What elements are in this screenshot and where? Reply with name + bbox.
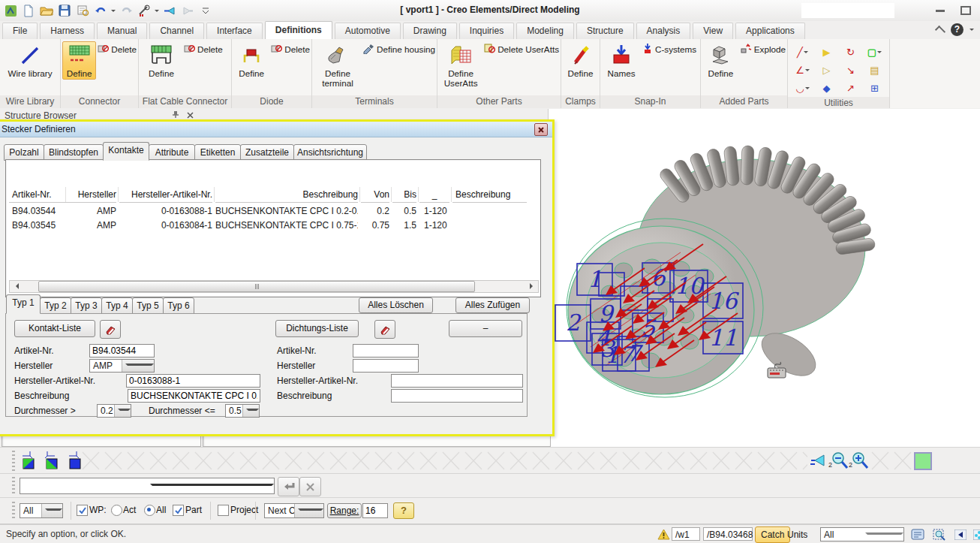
tab-zusatzteile[interactable]: Zusatzteile [240,144,294,161]
zoom-out-icon[interactable]: 2 [830,451,849,472]
zoom-in-icon[interactable]: 2 [850,451,869,472]
add-all-button[interactable]: Alles Zufügen [455,297,530,313]
select-region-tool[interactable]: ▷ [815,62,838,79]
scroll-left-icon[interactable] [10,281,21,291]
tab-manual[interactable]: Manual [97,23,147,39]
durchmesser-gt-select[interactable]: 0.2 [97,404,131,418]
help-icon[interactable]: ? [951,23,963,36]
next-catch-dropdown[interactable]: Next Catch [264,503,324,518]
col-header[interactable]: Hersteller-Artikel-Nr. [119,187,212,203]
define-useratts-button[interactable]: Define UserAtts [439,41,482,90]
help-dropdown-icon[interactable] [969,29,974,33]
explode-button[interactable]: Explode [741,43,786,56]
tab-typ3[interactable]: Typ 3 [71,297,102,314]
tab-typ5[interactable]: Typ 5 [132,297,164,314]
scrollbar-thumb[interactable] [38,281,475,292]
act-radio[interactable] [111,505,122,516]
move-part-tool[interactable]: ↘ [839,62,862,79]
tab-interface[interactable]: Interface [206,23,263,39]
col-header[interactable]: Beschreibung [215,187,358,203]
compass-tool[interactable]: ◆ [815,80,838,97]
dropdown-icon[interactable] [41,504,63,517]
tab-analysis[interactable]: Analysis [636,23,691,39]
define-clamp-button[interactable]: Define [563,41,598,80]
tab-view[interactable]: View [693,23,733,39]
define-flat-cable-button[interactable]: Define [140,41,182,80]
col-header[interactable]: Hersteller [67,187,116,203]
tab-automotive[interactable]: Automotive [335,23,401,39]
col-header[interactable]: Beschreibung [452,187,527,203]
open-box-tool[interactable]: ▤ [863,62,886,79]
tab-inquiries[interactable]: Inquiries [459,23,514,39]
dropdown-icon[interactable] [294,504,324,517]
tab-attribute[interactable]: Attribute [149,144,195,161]
erase-dichtung-button[interactable] [374,320,395,339]
maximize-button[interactable] [954,5,977,17]
warning-icon[interactable] [656,527,671,541]
table-scrollbar[interactable] [9,280,539,293]
tab-applications[interactable]: Applications [735,23,805,39]
hersteller-artikel-input-right[interactable] [391,374,523,388]
all-radio[interactable] [144,505,155,516]
tab-typ6[interactable]: Typ 6 [163,297,194,314]
dropdown-icon[interactable] [147,478,274,493]
measure-length-tool[interactable]: ╱ [791,44,814,61]
col-header[interactable]: _ [419,187,449,203]
select-scope-dropdown[interactable]: All [20,503,63,518]
tab-ansichtsrichtung[interactable]: Ansichtsrichtung [293,144,367,161]
units-dropdown[interactable]: All [820,527,904,541]
help-button[interactable]: ? [393,502,414,519]
measure-angle-tool[interactable]: ∠ [791,62,814,79]
delete-all-button[interactable]: Alles Löschen [359,297,433,313]
view-xz-icon[interactable] [65,450,84,471]
tab-polzahl[interactable]: Polzahl [4,144,44,161]
tab-structure[interactable]: Structure [576,23,634,39]
tab-file[interactable]: File [2,23,38,39]
3d-viewport[interactable]: 1610161129453717 [548,109,980,447]
beschreibung-input-right[interactable] [391,389,523,403]
col-header[interactable]: Von [361,187,389,203]
define-added-part-button[interactable]: Define [702,41,739,80]
hersteller-input-right[interactable] [353,359,419,373]
collapse-ribbon-icon[interactable] [935,26,945,36]
define-diode-button[interactable]: Define [233,41,269,80]
units-label[interactable]: Units [787,529,807,541]
wire-library-button[interactable]: Wire library [5,41,55,80]
color-box-tool[interactable]: ▢ [863,44,886,61]
dash-button[interactable]: – [449,320,522,337]
dialog-title-bar[interactable]: Stecker Definieren [0,122,552,137]
durchmesser-le-select[interactable]: 0.5 [225,404,260,418]
scroll-right-icon[interactable] [527,281,538,291]
dropdown-icon[interactable] [862,528,903,541]
tab-modeling[interactable]: Modeling [516,23,574,39]
select-view-icon[interactable] [932,527,947,541]
dropdown-icon[interactable] [242,405,260,417]
part-reference-field[interactable]: /B94.03468 [703,527,753,541]
cancel-command-button[interactable] [299,477,321,496]
range-button[interactable]: Range: [327,503,362,518]
col-header[interactable]: Artikel-Nr. [9,187,70,203]
define-connector-button[interactable]: Define [62,41,96,80]
project-checkbox[interactable] [218,505,229,516]
artikel-input-right[interactable] [353,344,419,357]
previous-view-icon[interactable] [953,527,968,541]
view-xy-icon[interactable] [18,450,38,471]
view-camera-icon[interactable] [809,451,827,472]
dropdown-icon[interactable] [114,405,131,417]
tab-etiketten[interactable]: Etiketten [194,144,241,161]
command-input[interactable] [20,478,275,494]
pan-view-icon[interactable] [972,527,980,541]
delete-diode-button[interactable]: Delete [271,43,310,56]
artikel-input[interactable] [89,344,155,357]
workplane-field[interactable]: /w1 [672,527,700,541]
rotate-tool[interactable]: ↻ [839,44,862,61]
c-systems-button[interactable]: C-systems [642,43,696,56]
tab-blindstopfen[interactable]: Blindstopfen [44,144,104,161]
dropdown-icon[interactable] [122,360,154,372]
col-header[interactable]: Bis [392,187,416,203]
delete-connector-button[interactable]: Delete [98,43,137,56]
hersteller-select[interactable]: AMP [89,359,155,373]
transform-tool[interactable]: ↗ [839,80,862,97]
tab-typ2[interactable]: Typ 2 [40,297,71,314]
catch-button[interactable]: Catch [755,526,790,543]
